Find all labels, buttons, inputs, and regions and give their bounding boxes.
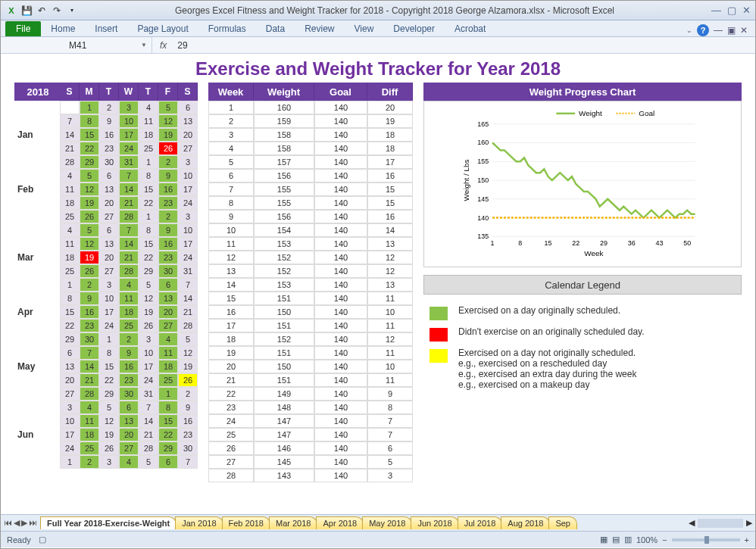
calendar-cell[interactable]: 14: [178, 292, 198, 305]
table-cell[interactable]: 152: [254, 251, 314, 264]
table-cell[interactable]: 140: [314, 401, 367, 414]
calendar-cell[interactable]: 18: [80, 428, 99, 441]
calendar-cell[interactable]: 29: [158, 441, 178, 455]
table-cell[interactable]: 21: [208, 373, 254, 387]
table-cell[interactable]: 151: [254, 292, 314, 305]
close-button[interactable]: ✕: [742, 5, 751, 16]
table-cell[interactable]: 140: [314, 346, 367, 360]
calendar-cell[interactable]: 21: [80, 373, 99, 387]
table-cell[interactable]: 140: [314, 182, 367, 196]
calendar-cell[interactable]: 25: [158, 373, 178, 387]
tab-nav-last-icon[interactable]: ⏭: [29, 518, 37, 528]
ribbon-tab-view[interactable]: View: [345, 21, 384, 36]
table-cell[interactable]: 17: [367, 155, 413, 169]
calendar-cell[interactable]: 5: [178, 332, 198, 346]
calendar-cell[interactable]: 6: [158, 278, 178, 292]
table-cell[interactable]: 140: [314, 455, 367, 469]
calendar-cell[interactable]: 13: [158, 292, 178, 305]
calendar-cell[interactable]: 3: [99, 278, 119, 292]
calendar-cell[interactable]: 30: [80, 332, 99, 346]
table-cell[interactable]: 140: [314, 264, 367, 278]
calendar-cell[interactable]: 23: [158, 251, 178, 264]
table-cell[interactable]: 11: [367, 373, 413, 387]
table-cell[interactable]: 145: [254, 455, 314, 469]
horizontal-scroll-left-icon[interactable]: ◀: [686, 518, 698, 528]
calendar-cell[interactable]: 27: [119, 441, 139, 455]
table-cell[interactable]: 140: [314, 292, 367, 305]
calendar-cell[interactable]: 28: [178, 319, 198, 332]
calendar-cell[interactable]: 27: [60, 387, 80, 401]
calendar-cell[interactable]: 22: [139, 251, 158, 264]
table-cell[interactable]: 20: [208, 360, 254, 373]
table-cell[interactable]: 10: [367, 305, 413, 319]
calendar-cell[interactable]: 15: [139, 182, 158, 196]
calendar-cell[interactable]: 2: [119, 332, 139, 346]
table-cell[interactable]: 19: [367, 114, 413, 128]
table-cell[interactable]: 156: [254, 210, 314, 223]
sheet-tab[interactable]: Apr 2018: [316, 516, 364, 529]
table-cell[interactable]: 140: [314, 441, 367, 455]
maximize-button[interactable]: ▢: [727, 5, 736, 16]
calendar-cell[interactable]: 3: [99, 455, 119, 469]
table-cell[interactable]: 140: [314, 155, 367, 169]
calendar-cell[interactable]: 27: [99, 210, 119, 223]
table-cell[interactable]: 140: [314, 428, 367, 441]
calendar-cell[interactable]: 16: [178, 414, 198, 428]
table-cell[interactable]: 4: [208, 142, 254, 155]
calendar-cell[interactable]: 24: [139, 373, 158, 387]
table-cell[interactable]: 6: [367, 441, 413, 455]
calendar-cell[interactable]: 12: [158, 114, 178, 128]
calendar-cell[interactable]: 10: [99, 292, 119, 305]
table-cell[interactable]: 23: [208, 401, 254, 414]
calendar-cell[interactable]: 16: [99, 128, 119, 142]
calendar-cell[interactable]: 9: [158, 223, 178, 237]
calendar-cell[interactable]: 29: [139, 264, 158, 278]
table-cell[interactable]: 150: [254, 305, 314, 319]
table-cell[interactable]: 153: [254, 278, 314, 292]
calendar-cell[interactable]: 4: [158, 332, 178, 346]
calendar-cell[interactable]: 26: [80, 264, 99, 278]
fx-label[interactable]: fx: [152, 40, 174, 51]
calendar-cell[interactable]: 6: [60, 346, 80, 360]
table-cell[interactable]: 152: [254, 264, 314, 278]
calendar-cell[interactable]: 22: [80, 142, 99, 155]
calendar-cell[interactable]: 4: [119, 455, 139, 469]
calendar-cell[interactable]: 6: [99, 223, 119, 237]
minimize-button[interactable]: —: [711, 5, 721, 16]
calendar-cell[interactable]: 8: [99, 346, 119, 360]
calendar-cell[interactable]: 17: [119, 128, 139, 142]
table-cell[interactable]: 147: [254, 414, 314, 428]
table-cell[interactable]: 140: [314, 169, 367, 182]
name-box-dropdown-icon[interactable]: ▼: [141, 42, 147, 48]
calendar-cell[interactable]: 16: [158, 182, 178, 196]
calendar-cell[interactable]: 4: [60, 169, 80, 182]
calendar-cell[interactable]: 10: [178, 223, 198, 237]
table-cell[interactable]: 19: [208, 346, 254, 360]
formula-value[interactable]: 29: [174, 40, 187, 51]
table-cell[interactable]: 13: [367, 278, 413, 292]
calendar-cell[interactable]: 2: [158, 155, 178, 169]
table-cell[interactable]: 140: [314, 373, 367, 387]
table-cell[interactable]: 155: [254, 196, 314, 210]
table-cell[interactable]: 140: [314, 114, 367, 128]
table-cell[interactable]: 140: [314, 128, 367, 142]
calendar-cell[interactable]: 7: [178, 278, 198, 292]
window-close-icon[interactable]: ✕: [740, 25, 748, 36]
ribbon-tab-home[interactable]: Home: [41, 21, 85, 36]
ribbon-tab-acrobat[interactable]: Acrobat: [445, 21, 495, 36]
table-cell[interactable]: 12: [367, 264, 413, 278]
table-cell[interactable]: 140: [314, 278, 367, 292]
table-cell[interactable]: 160: [254, 101, 314, 114]
table-cell[interactable]: 140: [314, 142, 367, 155]
table-cell[interactable]: 16: [367, 210, 413, 223]
calendar-cell[interactable]: 10: [178, 169, 198, 182]
calendar-cell[interactable]: 25: [119, 319, 139, 332]
sheet-tab[interactable]: Jul 2018: [458, 516, 503, 529]
calendar-cell[interactable]: 1: [60, 455, 80, 469]
calendar-cell[interactable]: 9: [158, 169, 178, 182]
calendar-cell[interactable]: 16: [158, 237, 178, 251]
table-cell[interactable]: 12: [208, 251, 254, 264]
table-cell[interactable]: 2: [208, 114, 254, 128]
calendar-cell[interactable]: 27: [158, 319, 178, 332]
calendar-cell[interactable]: 12: [99, 414, 119, 428]
